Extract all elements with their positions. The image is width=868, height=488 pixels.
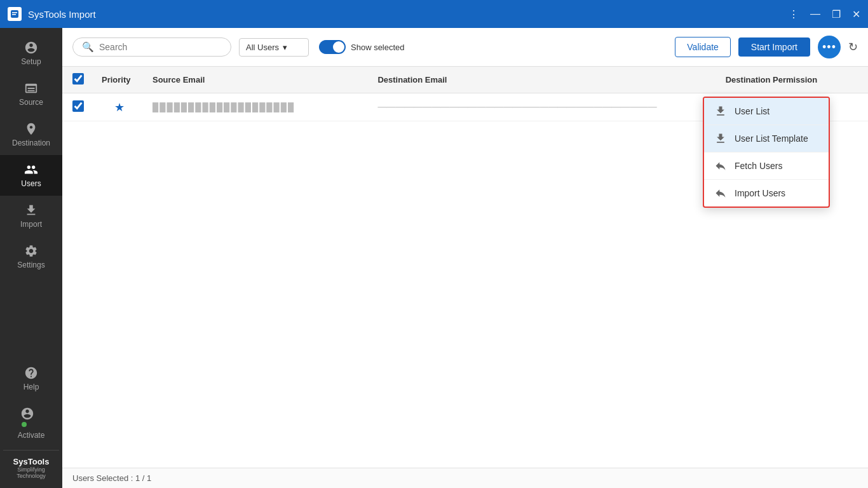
svg-rect-1 (12, 12, 17, 13)
start-import-button[interactable]: Start Import (738, 37, 810, 57)
maximize-icon[interactable]: ❐ (832, 8, 841, 20)
activate-status-dot (20, 421, 28, 428)
row-source-email-cell: ████████████████████ (145, 93, 370, 121)
sidebar-item-settings[interactable]: Settings (0, 236, 62, 277)
col-checkbox[interactable] (62, 67, 94, 93)
col-destination-permission: Destination Permission (718, 67, 868, 93)
status-text: Users Selected : 1 / 1 (72, 473, 151, 483)
dropdown-menu: User List User List Template Fetch Users… (703, 97, 830, 208)
minimize-icon[interactable]: — (810, 8, 820, 20)
sidebar-item-users[interactable]: Users (0, 155, 62, 196)
toggle-knob (333, 41, 344, 53)
source-email-text: ████████████████████ (153, 102, 295, 112)
app-icon (8, 7, 22, 21)
chevron-down-icon: ▾ (283, 43, 287, 52)
row-checkbox-cell[interactable] (62, 93, 94, 121)
table-header: Priority Source Email Destination Email … (62, 67, 868, 93)
row-destination-email-cell: ─────────────────────────────── (370, 93, 717, 121)
toolbar: 🔍 All Users ▾ Show selected Validate Sta… (62, 28, 868, 67)
app-title: SysTools Import (28, 9, 96, 20)
sidebar-item-destination[interactable]: Destination (0, 114, 62, 155)
sidebar-source-label: Source (19, 98, 43, 107)
sidebar-settings-label: Settings (17, 261, 44, 269)
refresh-icon: ↻ (848, 41, 858, 53)
row-priority-cell[interactable]: ★ (94, 93, 145, 121)
titlebar: SysTools Import ⋮ — ❐ ✕ (0, 0, 868, 28)
menu-import-users-label: Import Users (735, 188, 785, 198)
window-controls[interactable]: ⋮ — ❐ ✕ (789, 8, 860, 20)
sidebar-activate-label: Activate (18, 431, 45, 440)
close-icon[interactable]: ✕ (852, 8, 860, 20)
destination-email-text: ─────────────────────────────── (377, 100, 656, 114)
menu-item-import-users[interactable]: Import Users (704, 180, 829, 207)
menu-item-user-list-template[interactable]: User List Template (704, 125, 829, 152)
menu-fetch-users-label: Fetch Users (735, 161, 782, 171)
activate-icon-wrap (20, 407, 42, 428)
menu-item-user-list[interactable]: User List (704, 98, 829, 125)
refresh-button[interactable]: ↻ (848, 40, 858, 54)
sidebar-users-label: Users (21, 179, 41, 188)
show-selected-label: Show selected (351, 43, 405, 52)
col-destination-email: Destination Email (370, 67, 717, 93)
all-users-dropdown[interactable]: All Users ▾ (239, 38, 309, 57)
sidebar-item-help[interactable]: Help (0, 358, 62, 399)
sidebar-setup-label: Setup (21, 57, 41, 66)
more-options-button[interactable]: ••• (818, 36, 841, 58)
sidebar: Setup Source Destination Users Import Se… (0, 28, 62, 488)
main-layout: Setup Source Destination Users Import Se… (0, 28, 868, 488)
content-area: 🔍 All Users ▾ Show selected Validate Sta… (62, 28, 868, 488)
priority-star-icon[interactable]: ★ (114, 101, 125, 114)
sidebar-item-source[interactable]: Source (0, 74, 62, 114)
ellipsis-icon: ••• (822, 41, 836, 54)
col-source-email: Source Email (145, 67, 370, 93)
menu-user-list-label: User List (735, 106, 770, 116)
show-selected-toggle[interactable] (319, 40, 346, 54)
brand-name: SysTools (3, 457, 59, 466)
menu-user-list-template-label: User List Template (735, 133, 808, 144)
col-priority: Priority (94, 67, 145, 93)
search-input[interactable] (99, 42, 214, 52)
sidebar-item-import[interactable]: Import (0, 196, 62, 236)
sidebar-bottom: Help Activate SysTools Simplifying Techn… (0, 358, 62, 488)
search-box[interactable]: 🔍 (72, 37, 231, 57)
row-checkbox[interactable] (72, 100, 84, 112)
sidebar-item-setup[interactable]: Setup (0, 33, 62, 74)
sidebar-help-label: Help (24, 383, 39, 391)
status-bar: Users Selected : 1 / 1 (62, 468, 868, 488)
brand-tagline: Simplifying Technology (3, 466, 59, 479)
brand-area: SysTools Simplifying Technology (3, 450, 59, 482)
sidebar-import-label: Import (20, 220, 42, 229)
dropdown-label: All Users (246, 43, 279, 52)
titlebar-left: SysTools Import (8, 7, 96, 21)
sidebar-destination-label: Destination (12, 139, 50, 147)
svg-rect-2 (12, 14, 16, 15)
sidebar-item-activate[interactable]: Activate (0, 399, 62, 447)
show-selected-toggle-wrap: Show selected (319, 40, 405, 54)
menu-item-fetch-users[interactable]: Fetch Users (704, 152, 829, 180)
select-all-checkbox[interactable] (72, 73, 84, 85)
search-icon: 🔍 (82, 41, 94, 53)
validate-button[interactable]: Validate (675, 37, 731, 57)
more-icon[interactable]: ⋮ (789, 8, 799, 20)
